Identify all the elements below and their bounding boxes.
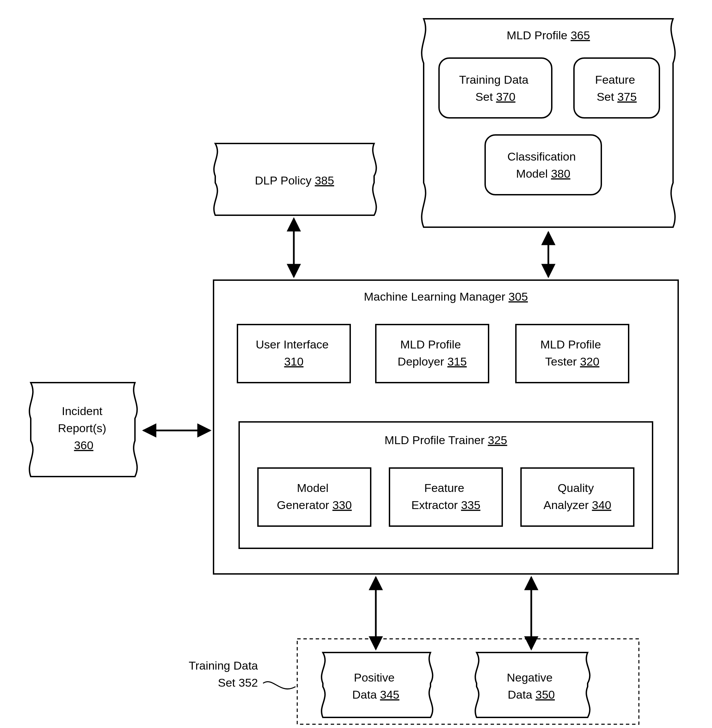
trainer-label: MLD Profile Trainer [384, 433, 485, 446]
mg-ref: 330 [332, 498, 352, 512]
leader-line [263, 682, 295, 689]
cm-label: Classification [507, 150, 576, 163]
svg-rect-20 [390, 468, 502, 526]
svg-rect-3 [574, 58, 659, 118]
dlp-policy-box: DLP Policy 385 [214, 144, 376, 215]
svg-rect-1 [439, 58, 552, 118]
fs-ref: 375 [617, 90, 637, 103]
user-interface-box: User Interface 310 [237, 325, 350, 383]
ui-label: User Interface [256, 338, 329, 351]
incident-label: Incident [62, 405, 103, 417]
pos-ref: 345 [380, 688, 399, 701]
quality-analyzer-box: Quality Analyzer 340 [521, 468, 634, 526]
incident-ref: 360 [74, 439, 93, 452]
svg-rect-12 [376, 325, 488, 383]
svg-text:Machine Learning Manager
     : Machine Learning Manager 305 [364, 290, 528, 303]
training-data-set-box: Training Data Set 370 [439, 58, 552, 118]
fe-label2: Extractor [411, 498, 458, 512]
deployer-ref: 315 [447, 355, 467, 368]
qa-label2: Analyzer [544, 498, 589, 512]
svg-rect-10 [237, 325, 350, 383]
fe-label: Feature [424, 481, 464, 494]
mld-profile-box: MLD Profile 365 [421, 19, 675, 227]
svg-rect-18 [258, 468, 371, 526]
qa-label: Quality [558, 481, 594, 494]
tester-label2: Tester [545, 355, 577, 368]
mg-label: Model [297, 481, 329, 494]
trainer-ref: 325 [488, 433, 507, 446]
dlp-ref: 385 [314, 174, 334, 187]
incident-reports-box: Incident Report(s) 360 [30, 383, 137, 477]
pos-label2: Data [352, 688, 377, 701]
ui-ref: 310 [284, 355, 304, 368]
classification-model-box: Classification Model 380 [485, 135, 601, 195]
deployer-label: MLD Profile [400, 338, 461, 351]
mlm-ref: 305 [508, 290, 528, 303]
svg-text:MLD Profile Trainer
       
  : MLD Profile Trainer 325 [384, 433, 507, 446]
fs-label: Feature [595, 73, 635, 86]
neg-ref: 350 [535, 688, 555, 701]
svg-text:DLP Policy
       
      385: DLP Policy 385 [255, 174, 334, 187]
feature-extractor-box: Feature Extractor 335 [390, 468, 502, 526]
neg-label2: Data [508, 688, 532, 701]
negative-data-box: Negative Data 350 [475, 652, 590, 718]
incident-label2: Report(s) [58, 421, 106, 434]
pos-label: Positive [354, 671, 395, 684]
cm-ref: 380 [551, 167, 571, 180]
tds-group-label-line1: Training Data [188, 659, 258, 672]
fs-label2: Set [596, 90, 614, 103]
feature-set-box: Feature Set 375 [574, 58, 659, 118]
tester-label: MLD Profile [540, 338, 601, 351]
cm-label2: Model [516, 167, 548, 180]
svg-rect-22 [521, 468, 634, 526]
svg-rect-14 [516, 325, 629, 383]
tds-label: Training Data [459, 73, 528, 86]
mld-profile-label: MLD Profile [507, 29, 568, 42]
dlp-label: DLP Policy [255, 174, 312, 187]
tds-group-label-line2: Set 352 [218, 676, 258, 689]
svg-rect-5 [485, 135, 601, 195]
mg-label2: Generator [277, 498, 329, 512]
svg-text:MLD Profile
       
      365: MLD Profile 365 [507, 29, 590, 42]
model-generator-box: Model Generator 330 [258, 468, 371, 526]
mld-profile-deployer-box: MLD Profile Deployer 315 [376, 325, 488, 383]
qa-ref: 340 [592, 498, 611, 512]
fe-ref: 335 [461, 498, 481, 512]
tds-ref: 370 [496, 90, 516, 103]
mld-profile-tester-box: MLD Profile Tester 320 [516, 325, 629, 383]
mld-profile-ref: 365 [571, 29, 590, 42]
tds-label2: Set [475, 90, 493, 103]
neg-label: Negative [507, 671, 552, 684]
tester-ref: 320 [580, 355, 599, 368]
positive-data-box: Positive Data 345 [322, 652, 433, 718]
mlm-label: Machine Learning Manager [364, 290, 505, 303]
deployer-label2: Deployer [398, 355, 444, 368]
